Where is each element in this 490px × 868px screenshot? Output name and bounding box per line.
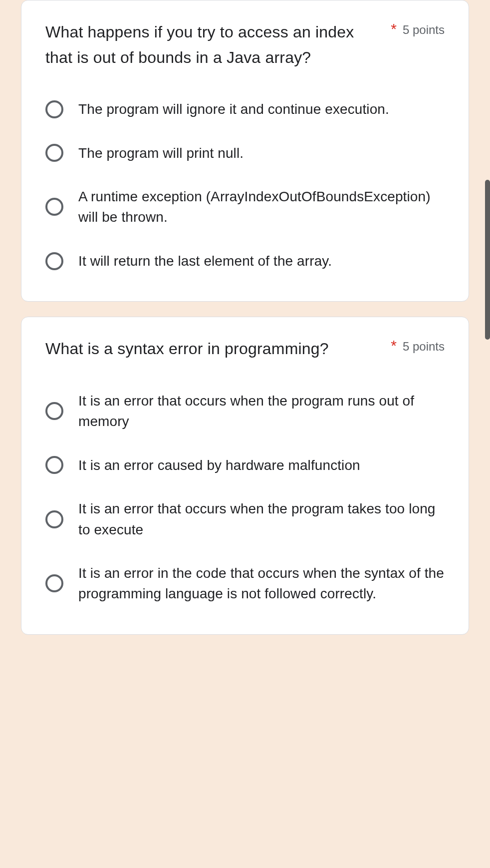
option-text: A runtime exception (ArrayIndexOutOfBoun… (78, 186, 445, 228)
option-row[interactable]: It will return the last element of the a… (45, 251, 445, 271)
option-row[interactable]: It is an error that occurs when the prog… (45, 391, 445, 432)
required-asterisk: * (391, 338, 397, 353)
option-row[interactable]: It is an error caused by hardware malfun… (45, 455, 445, 475)
points-label: 5 points (403, 23, 445, 37)
points-label: 5 points (403, 340, 445, 354)
radio-icon[interactable] (45, 510, 63, 528)
option-text: It is an error caused by hardware malfun… (78, 455, 360, 475)
option-text: It is an error that occurs when the prog… (78, 391, 445, 432)
required-asterisk: * (391, 21, 397, 36)
radio-icon[interactable] (45, 252, 63, 270)
question-header: What happens if you try to access an ind… (45, 19, 445, 70)
option-row[interactable]: The program will print null. (45, 143, 445, 163)
radio-icon[interactable] (45, 456, 63, 474)
scrollbar-thumb[interactable] (485, 180, 490, 340)
question-card: What happens if you try to access an ind… (21, 0, 469, 302)
radio-icon[interactable] (45, 402, 63, 420)
option-row[interactable]: The program will ignore it and continue … (45, 99, 445, 119)
question-card: What is a syntax error in programming? *… (21, 317, 469, 635)
radio-icon[interactable] (45, 198, 63, 216)
question-title: What happens if you try to access an ind… (45, 19, 383, 70)
option-text: It is an error that occurs when the prog… (78, 498, 445, 540)
question-meta: * 5 points (391, 336, 445, 354)
option-text: It is an error in the code that occurs w… (78, 563, 445, 604)
option-row[interactable]: It is an error in the code that occurs w… (45, 563, 445, 604)
radio-icon[interactable] (45, 144, 63, 162)
option-row[interactable]: A runtime exception (ArrayIndexOutOfBoun… (45, 186, 445, 228)
question-title: What is a syntax error in programming? (45, 336, 383, 362)
option-text: The program will print null. (78, 143, 244, 163)
option-text: The program will ignore it and continue … (78, 99, 389, 119)
option-row[interactable]: It is an error that occurs when the prog… (45, 498, 445, 540)
radio-icon[interactable] (45, 574, 63, 592)
radio-icon[interactable] (45, 100, 63, 118)
question-meta: * 5 points (391, 19, 445, 37)
question-header: What is a syntax error in programming? *… (45, 336, 445, 362)
option-text: It will return the last element of the a… (78, 251, 332, 271)
